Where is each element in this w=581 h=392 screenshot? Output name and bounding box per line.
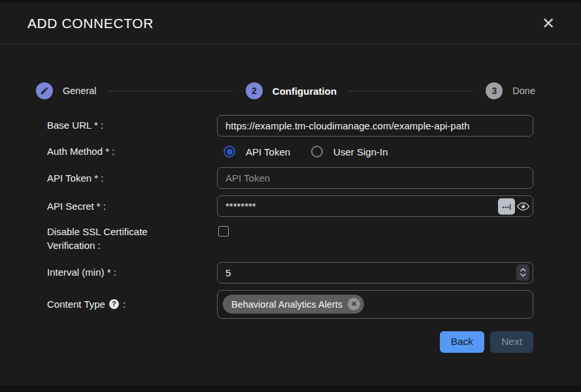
step-configuration-circle: 2: [246, 82, 263, 99]
step-done-circle: 3: [486, 82, 503, 99]
api-token-label: API Token * :: [47, 172, 217, 185]
dialog-header: ADD CONNECTOR ✕: [0, 3, 581, 44]
base-url-label: Base URL * :: [47, 119, 217, 132]
stepper-connector-line: [108, 91, 234, 91]
step-general-circle: [36, 82, 53, 99]
step-done-label: Done: [512, 86, 535, 96]
radio-option-api-token[interactable]: API Token: [224, 146, 290, 157]
help-icon[interactable]: ?: [109, 299, 119, 309]
radio-selected-icon[interactable]: [224, 146, 235, 157]
base-url-row: Base URL * :: [47, 115, 533, 137]
ssl-verification-checkbox[interactable]: [218, 226, 229, 237]
radio-user-sign-in-label: User Sign-In: [333, 146, 388, 157]
auth-method-row: Auth Method * : API Token User Sign-In: [47, 145, 533, 158]
api-secret-label: API Secret * :: [47, 200, 217, 213]
dialog-footer: Back Next: [47, 325, 533, 353]
add-connector-dialog: ADD CONNECTOR ✕ General 2 Configuration …: [0, 3, 581, 385]
step-configuration-label: Configuration: [273, 86, 337, 97]
api-secret-row: API Secret * :: [47, 195, 533, 217]
content-type-multiselect[interactable]: Behavioral Analytics Alerts ✕: [217, 290, 533, 319]
chip-remove-icon[interactable]: ✕: [348, 298, 360, 310]
stepper-step-general[interactable]: General: [36, 82, 97, 99]
show-password-eye-icon[interactable]: [516, 199, 530, 213]
step-general-label: General: [63, 86, 97, 96]
ssl-verification-label: Disable SSL Certificate Verification :: [47, 225, 217, 252]
stepper-step-configuration[interactable]: 2 Configuration: [246, 82, 337, 99]
auth-method-label: Auth Method * :: [47, 145, 217, 158]
connector-config-form: Base URL * : Auth Method * : API Token U…: [0, 115, 581, 353]
stepper-connector-line: [348, 91, 474, 91]
radio-unselected-icon[interactable]: [311, 146, 323, 157]
base-url-input[interactable]: [217, 115, 533, 137]
close-icon[interactable]: ✕: [540, 14, 556, 33]
content-type-label-colon: :: [123, 298, 125, 311]
stepper: General 2 Configuration 3 Done: [36, 82, 535, 99]
dialog-title: ADD CONNECTOR: [27, 16, 154, 31]
interval-stepper-icon[interactable]: [516, 265, 529, 281]
api-token-input[interactable]: [217, 167, 533, 189]
chip-label: Behavioral Analytics Alerts: [231, 299, 342, 310]
radio-option-user-sign-in[interactable]: User Sign-In: [311, 146, 388, 157]
interval-row: Interval (min) * :: [47, 262, 533, 284]
ssl-verification-row: Disable SSL Certificate Verification :: [47, 225, 533, 252]
back-button[interactable]: Back: [440, 331, 484, 353]
next-button[interactable]: Next: [490, 331, 533, 353]
interval-input[interactable]: [217, 262, 533, 284]
pencil-icon: [40, 86, 49, 95]
content-type-row: Content Type ?: Behavioral Analytics Ale…: [47, 290, 533, 319]
interval-label: Interval (min) * :: [47, 266, 217, 279]
api-token-row: API Token * :: [47, 167, 533, 189]
content-type-label-text: Content Type: [47, 298, 105, 311]
content-type-chip: Behavioral Analytics Alerts ✕: [223, 295, 364, 314]
radio-api-token-label: API Token: [246, 146, 290, 157]
auth-method-radio-group: API Token User Sign-In: [217, 146, 533, 157]
api-secret-input[interactable]: [217, 195, 533, 217]
credentials-manager-icon[interactable]: [498, 198, 515, 214]
content-type-label: Content Type ?:: [47, 298, 217, 311]
stepper-step-done[interactable]: 3 Done: [486, 82, 535, 99]
